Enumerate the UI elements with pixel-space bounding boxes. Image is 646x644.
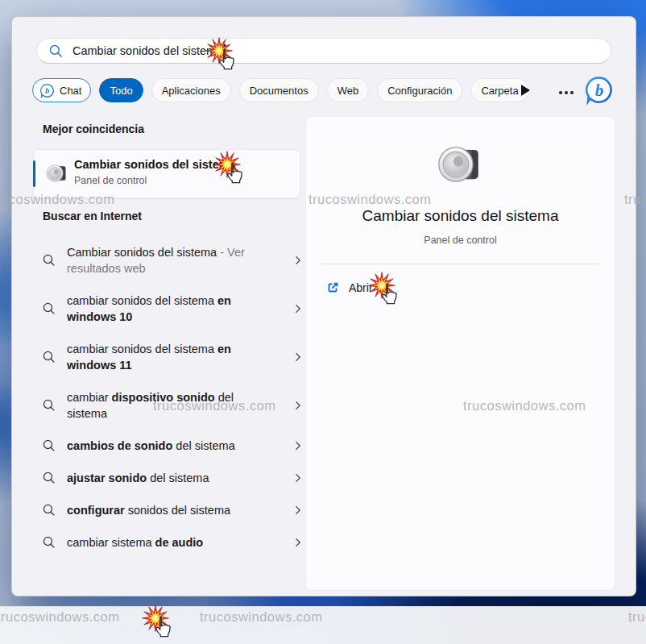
suggestion-text: Cambiar sonidos del sistema - Ver result… xyxy=(67,244,270,276)
filter-label: Carpeta xyxy=(481,85,518,97)
search-query-text: Cambiar sonidos del sistema xyxy=(72,44,222,57)
filter-web[interactable]: Web xyxy=(327,78,370,102)
search-suggestion[interactable]: Cambiar sonidos del sistema - Ver result… xyxy=(33,236,307,285)
filter-label: Aplicaciones xyxy=(162,85,221,97)
divider xyxy=(318,264,603,264)
best-match-title: Cambiar sonidos del sistema xyxy=(74,158,236,171)
chevron-right-icon xyxy=(292,472,304,484)
chevron-right-icon xyxy=(292,400,304,411)
filter-label: Web xyxy=(337,85,359,97)
suggestion-text: cambiar sistema de audio xyxy=(67,534,203,551)
speaker-icon-large xyxy=(437,141,484,191)
search-suggestion[interactable]: cambiar sistema de audio xyxy=(33,526,307,559)
filter-todo[interactable]: Todo xyxy=(99,78,143,102)
search-suggestion[interactable]: cambiar dispositivo sonido del sistema xyxy=(33,381,307,430)
bing-chat-button[interactable]: b xyxy=(584,75,615,106)
filter-pills: bChatTodoAplicacionesDocumentosWebConfig… xyxy=(32,78,529,102)
search-icon xyxy=(41,471,57,485)
search-icon xyxy=(41,301,57,316)
best-match-result[interactable]: Cambiar sonidos del sistema Panel de con… xyxy=(33,149,300,198)
chevron-right-icon xyxy=(292,255,304,266)
search-flyout-panel: Cambiar sonidos del sistema bChatTodoApl… xyxy=(11,16,636,596)
search-suggestion[interactable]: cambios de sonido del sistema xyxy=(33,430,307,462)
chevron-right-icon xyxy=(292,351,304,363)
speaker-icon xyxy=(46,162,68,188)
filter-chat[interactable]: bChat xyxy=(32,78,91,102)
selection-accent-bar xyxy=(33,160,35,187)
chevron-right-icon xyxy=(292,537,304,548)
search-icon xyxy=(41,253,57,268)
suggestion-text: cambios de sonido del sistema xyxy=(67,438,235,454)
suggestion-text: cambiar dispositivo sonido del sistema xyxy=(67,389,270,422)
best-match-subtitle: Panel de control xyxy=(74,175,147,186)
search-input[interactable]: Cambiar sonidos del sistema xyxy=(36,38,611,64)
text-caret xyxy=(224,44,226,58)
search-suggestion[interactable]: ajustar sonido del sistema xyxy=(33,462,307,494)
filter-carpeta[interactable]: Carpeta xyxy=(470,78,528,102)
best-match-heading: Mejor coincidencia xyxy=(43,123,144,135)
filter-label: Configuración xyxy=(387,85,452,97)
preview-subtitle: Panel de control xyxy=(306,235,615,246)
speaker-icon xyxy=(46,162,68,185)
web-suggestions: Cambiar sonidos del sistema - Ver result… xyxy=(33,236,307,559)
filter-label: Chat xyxy=(60,85,81,97)
chevron-right-icon xyxy=(292,505,304,516)
filter-label: Todo xyxy=(110,85,132,97)
search-icon xyxy=(41,438,57,453)
filter-configuración[interactable]: Configuración xyxy=(377,78,462,102)
filter-aplicaciones[interactable]: Aplicaciones xyxy=(151,78,231,102)
open-action[interactable]: Abrir xyxy=(325,280,373,295)
bing-icon: b xyxy=(584,75,614,105)
search-icon xyxy=(41,503,57,517)
search-icon xyxy=(41,398,57,413)
preview-pane: Cambiar sonidos del sistema Panel de con… xyxy=(305,116,615,591)
web-search-heading: Buscar en Internet xyxy=(43,210,142,222)
svg-text:b: b xyxy=(45,85,50,95)
filter-label: Documentos xyxy=(250,85,309,97)
filter-documentos[interactable]: Documentos xyxy=(239,78,319,102)
preview-title: Cambiar sonidos del sistema xyxy=(306,207,615,225)
search-suggestion[interactable]: configurar sonidos del sistema xyxy=(33,494,307,526)
open-external-icon xyxy=(325,280,340,295)
bing-icon: b xyxy=(39,83,55,98)
suggestion-text: configurar sonidos del sistema xyxy=(67,502,230,518)
chevron-right-icon xyxy=(292,303,304,314)
search-icon xyxy=(41,535,57,550)
search-icon xyxy=(41,350,57,364)
taskbar: Búsqueda b xyxy=(0,606,646,644)
search-icon xyxy=(48,44,64,59)
suggestion-text: cambiar sonidos del sistema en windows 1… xyxy=(67,293,270,325)
scroll-right-icon[interactable] xyxy=(521,85,530,96)
search-suggestion[interactable]: cambiar sonidos del sistema en windows 1… xyxy=(33,285,307,333)
svg-text:b: b xyxy=(595,81,603,100)
open-action-label: Abrir xyxy=(349,281,373,294)
suggestion-text: ajustar sonido del sistema xyxy=(67,470,209,486)
suggestion-text: cambiar sonidos del sistema en windows 1… xyxy=(67,341,270,373)
more-filters-button[interactable] xyxy=(557,89,576,97)
search-suggestion[interactable]: cambiar sonidos del sistema en windows 1… xyxy=(33,333,307,381)
chevron-right-icon xyxy=(292,440,304,451)
speaker-icon xyxy=(437,141,484,188)
